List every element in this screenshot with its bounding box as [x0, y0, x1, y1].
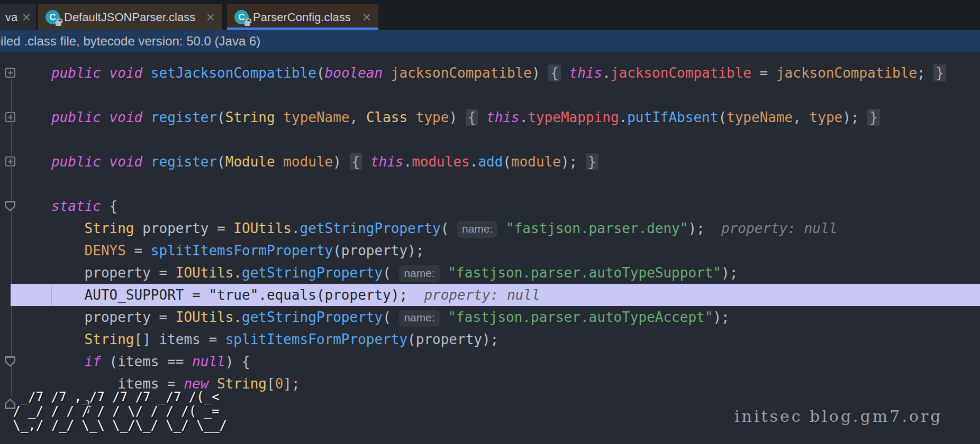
- code-line[interactable]: public void setJacksonCompatible(boolean…: [51, 62, 946, 84]
- close-icon[interactable]: ×: [22, 12, 31, 23]
- code-line[interactable]: if (items == null) {: [85, 350, 250, 373]
- java-class-icon: C: [234, 10, 249, 24]
- close-icon[interactable]: ×: [362, 12, 371, 23]
- code-line[interactable]: property = IOUtils.getStringProperty( na…: [85, 306, 730, 328]
- fold-expand-icon[interactable]: [5, 156, 15, 166]
- fold-expand-icon[interactable]: [5, 68, 15, 78]
- parameter-name-inlay-hint: name:: [399, 310, 439, 327]
- code-editor[interactable]: public void setJacksonCompatible(boolean…: [0, 52, 980, 444]
- fold-expand-icon[interactable]: [5, 112, 15, 122]
- code-line[interactable]: public void register(Module module) { th…: [51, 151, 598, 173]
- tab-label: ParserConfig.class: [253, 11, 351, 24]
- java-class-icon: C: [46, 10, 60, 24]
- code-line-highlighted[interactable]: AUTO_SUPPORT = "true".equals(property); …: [85, 284, 540, 306]
- fold-range-line: [11, 79, 12, 396]
- code-line[interactable]: String[] items = splitItemsFormProperty(…: [85, 328, 499, 350]
- site-watermark: initsec blog.gm7.org: [734, 407, 943, 426]
- debugger-value-hint: property: null: [424, 287, 540, 303]
- decompiled-class-banner: piled .class file, bytecode version: 50.…: [0, 30, 980, 52]
- fold-collapse-start-icon[interactable]: [5, 201, 15, 211]
- tab-java-file-partial[interactable]: va ×: [0, 4, 36, 30]
- code-line[interactable]: static {: [51, 195, 117, 217]
- code-line[interactable]: property = IOUtils.getStringProperty( na…: [85, 262, 738, 284]
- graffiti-watermark: _/7 /7 ,_/7 /7 /7 _/7 /(_< / _/ / / / / …: [5, 390, 227, 433]
- tab-label: va: [5, 11, 17, 24]
- indent-guide: [51, 216, 51, 407]
- lock-icon: [56, 21, 61, 26]
- lock-icon: [244, 21, 250, 26]
- banner-text: piled .class file, bytecode version: 50.…: [0, 34, 260, 49]
- editor-tab-bar: va × C DefaultJSONParser.class × C Parse…: [0, 0, 980, 30]
- parameter-name-inlay-hint: name:: [457, 221, 497, 238]
- fold-collapse-start-icon[interactable]: [5, 356, 15, 367]
- code-line[interactable]: DENYS = splitItemsFormProperty(property)…: [85, 239, 424, 262]
- tab-defaultjsonparser[interactable]: C DefaultJSONParser.class ×: [38, 4, 222, 30]
- code-line[interactable]: public void register(String typeName, Cl…: [51, 106, 880, 128]
- debugger-value-hint: property: null: [721, 220, 837, 236]
- parameter-name-inlay-hint: name:: [399, 265, 439, 282]
- code-line[interactable]: String property = IOUtils.getStringPrope…: [85, 217, 838, 239]
- tab-label: DefaultJSONParser.class: [64, 11, 195, 24]
- close-icon[interactable]: ×: [206, 12, 215, 23]
- tab-parserconfig[interactable]: C ParserConfig.class ×: [227, 4, 378, 30]
